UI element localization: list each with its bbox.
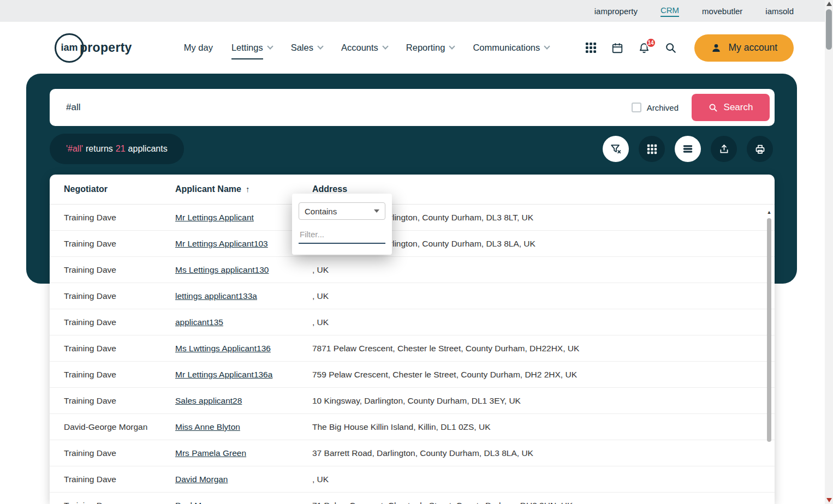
page-scrollbar-thumb[interactable]	[826, 9, 832, 50]
applicant-link[interactable]: Mr Lettings Applicant103	[175, 239, 268, 248]
applicant-link[interactable]: lettings applicant133a	[175, 291, 257, 301]
topbar-link-movebutler[interactable]: movebutler	[702, 7, 742, 16]
export-button[interactable]	[711, 136, 737, 162]
table-row: Training Dave Mr Lettings Applicant136a …	[50, 362, 775, 388]
search-button[interactable]: Search	[692, 94, 770, 121]
applicant-link[interactable]: Miss Anne Blyton	[175, 422, 240, 431]
table-row: Training Dave lettings applicant133a , U…	[50, 283, 775, 309]
address-cell: The Big House Killin Island, Killin, DL1…	[312, 422, 775, 432]
applicant-link[interactable]: Mr Lettings Applicant136a	[175, 370, 272, 379]
nav-item-accounts[interactable]: Accounts	[341, 43, 388, 53]
topbar-link-iamproperty[interactable]: iamproperty	[594, 7, 638, 16]
apps-grid-icon[interactable]	[585, 42, 597, 53]
chevron-down-icon	[544, 43, 550, 49]
negotiator-cell: Training Dave	[50, 370, 175, 380]
negotiator-cell: Training Dave	[50, 213, 175, 223]
column-filter-popup: Contains	[292, 194, 392, 255]
nav-item-my-day[interactable]: My day	[184, 43, 213, 53]
primary-nav: My day Lettings Sales Accounts Reporting…	[184, 43, 550, 53]
search-input[interactable]	[50, 102, 632, 113]
column-header-negotiator[interactable]: Negotiator	[50, 184, 175, 194]
archived-checkbox[interactable]	[632, 103, 641, 112]
grid-view-button[interactable]	[639, 136, 665, 162]
chevron-down-icon	[317, 43, 323, 49]
address-cell: , UK	[312, 265, 775, 275]
chevron-down-icon	[374, 209, 379, 213]
notification-badge: 14	[646, 38, 656, 48]
person-icon	[711, 43, 722, 53]
address-cell: , UK	[312, 291, 775, 301]
table-row: Training Dave applicant135 , UK	[50, 309, 775, 335]
search-icon	[709, 103, 718, 112]
iamproperty-logo[interactable]: iam property	[55, 33, 132, 63]
applicant-link[interactable]: Paul M	[175, 501, 201, 504]
nav-item-communications[interactable]: Communications	[473, 43, 549, 53]
column-header-address[interactable]: Address	[312, 184, 775, 194]
filter-operator-select[interactable]: Contains	[299, 202, 385, 220]
results-query: '#all'	[66, 144, 83, 154]
nav-item-reporting[interactable]: Reporting	[406, 43, 455, 53]
applicant-link[interactable]: Ms Lettings applicant130	[175, 265, 269, 274]
main-header: iam property My day Lettings Sales Accou…	[0, 22, 833, 74]
view-toolbar	[603, 136, 773, 162]
results-row: '#all' returns 21 applicants	[50, 134, 773, 164]
bell-icon[interactable]: 14	[638, 42, 650, 54]
applicant-link[interactable]: Ms Lwttings Applicant136	[175, 344, 271, 353]
negotiator-cell: Training Dave	[50, 448, 175, 458]
table-view-button[interactable]	[675, 136, 701, 162]
print-button[interactable]	[747, 136, 773, 162]
nav-item-sales[interactable]: Sales	[291, 43, 323, 53]
header-icon-group: 14	[585, 42, 677, 54]
negotiator-cell: Training Dave	[50, 344, 175, 353]
archived-filter: Archived	[632, 103, 679, 112]
address-cell: 10 Kingsway, Darlington, County Durham, …	[312, 396, 775, 406]
address-cell: 37 Barrett Road, Darlington, County Durh…	[312, 448, 775, 458]
topbar-link-crm[interactable]: CRM	[661, 5, 679, 17]
logo-property-text: property	[80, 40, 132, 55]
sort-asc-icon: ↑	[246, 184, 250, 194]
negotiator-cell: David-George Morgan	[50, 422, 175, 432]
scroll-down-arrow-icon[interactable]	[826, 498, 832, 502]
applicant-link[interactable]: Sales applicant28	[175, 396, 242, 405]
results-summary-pill: '#all' returns 21 applicants	[50, 134, 184, 164]
results-count: 21	[116, 144, 126, 154]
filter-text-input[interactable]	[299, 229, 385, 244]
table-scrollbar-thumb[interactable]	[767, 218, 771, 442]
my-account-button[interactable]: My account	[694, 34, 794, 62]
crm-page: iamproperty CRM movebutler iamsold iam p…	[0, 0, 833, 504]
applicant-link[interactable]: applicant135	[175, 317, 223, 327]
scroll-up-arrow-icon[interactable]: ▲	[765, 208, 773, 216]
archived-label: Archived	[647, 103, 679, 112]
table-row: Training Dave Mr Lettings Applicant103 D…	[50, 231, 775, 257]
negotiator-cell: Training Dave	[50, 265, 175, 275]
search-icon[interactable]	[665, 42, 677, 54]
applicants-table: Negotiator Applicant Name↑ Address Train…	[50, 175, 775, 504]
table-scrollbar[interactable]: ▲	[765, 208, 773, 504]
table-row: David-George Morgan Miss Anne Blyton The…	[50, 414, 775, 440]
top-brand-bar: iamproperty CRM movebutler iamsold	[0, 0, 833, 22]
address-cell: 759 Pelaw Crescent, Chester le Street, C…	[312, 370, 775, 380]
table-row: Training Dave Ms Lwttings Applicant136 7…	[50, 335, 775, 362]
negotiator-cell: Training Dave	[50, 239, 175, 249]
table-header-row: Negotiator Applicant Name↑ Address	[50, 175, 775, 205]
applicant-link[interactable]: David Morgan	[175, 475, 228, 484]
table-row: Training Dave Mr Lettings Applicant Darl…	[50, 205, 775, 231]
address-cell: 71 Pelaw Crescent, Chester le Street, Co…	[312, 501, 775, 504]
page-scrollbar[interactable]	[825, 0, 833, 504]
scroll-up-arrow-icon[interactable]	[826, 2, 832, 6]
applicant-search-bar: Archived Search	[50, 89, 775, 126]
column-header-applicant-name[interactable]: Applicant Name↑	[175, 184, 312, 194]
nav-item-lettings[interactable]: Lettings	[231, 43, 272, 53]
applicant-link[interactable]: Mr Lettings Applicant	[175, 213, 254, 222]
chevron-down-icon	[382, 43, 388, 49]
chevron-down-icon	[267, 43, 273, 49]
applicant-link[interactable]: Mrs Pamela Green	[175, 448, 246, 458]
calendar-icon[interactable]	[611, 42, 623, 54]
negotiator-cell: Training Dave	[50, 501, 175, 504]
negotiator-cell: Training Dave	[50, 475, 175, 484]
table-body: Training Dave Mr Lettings Applicant Darl…	[50, 205, 775, 504]
table-row: Training Dave Paul M 71 Pelaw Crescent, …	[50, 493, 775, 504]
negotiator-cell: Training Dave	[50, 291, 175, 301]
clear-filter-button[interactable]	[603, 136, 629, 162]
topbar-link-iamsold[interactable]: iamsold	[765, 7, 794, 16]
